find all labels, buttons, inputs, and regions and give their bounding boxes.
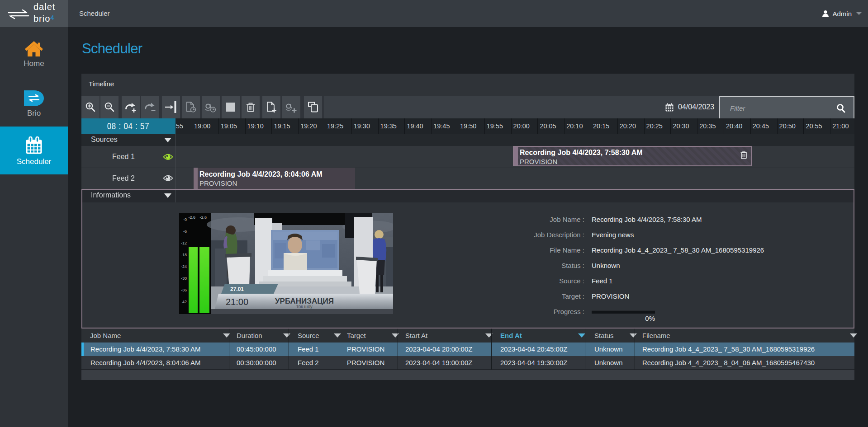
svg-text:21:00: 21:00 — [226, 297, 248, 307]
svg-text:-30: -30 — [181, 276, 187, 281]
svg-text:-2.6: -2.6 — [188, 215, 195, 220]
svg-text:-12: -12 — [181, 241, 187, 245]
svg-text:-42: -42 — [181, 300, 187, 304]
svg-text:-2.6: -2.6 — [199, 215, 207, 220]
svg-text:-36: -36 — [181, 288, 187, 292]
svg-text:-6: -6 — [183, 229, 187, 234]
svg-text:27.01: 27.01 — [230, 286, 244, 292]
svg-text:-18: -18 — [181, 253, 187, 257]
svg-text:-0: -0 — [183, 217, 187, 222]
svg-text:ток шоу: ток шоу — [296, 304, 313, 309]
svg-text:-24: -24 — [181, 264, 187, 269]
